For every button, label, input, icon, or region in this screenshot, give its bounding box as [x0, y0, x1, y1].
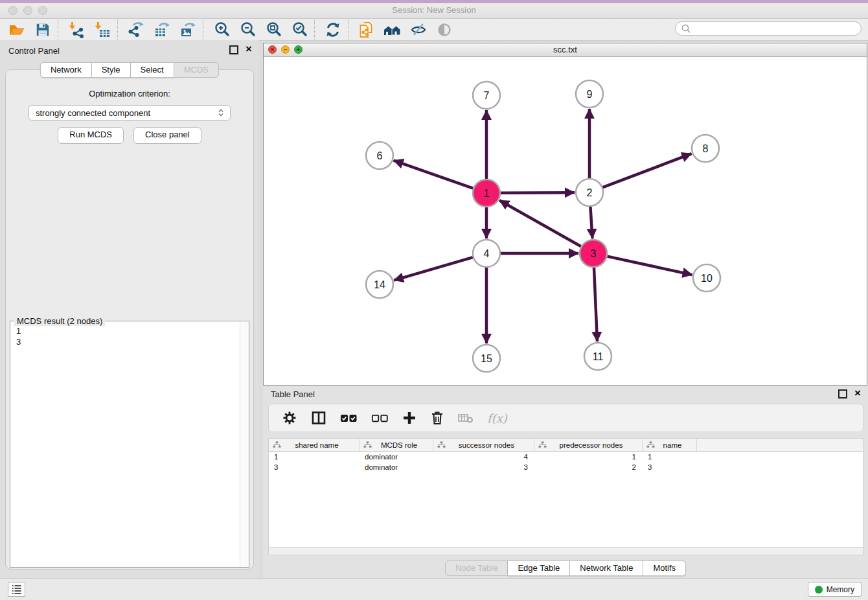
delete-table-button[interactable] [458, 412, 474, 424]
export-network-icon [128, 21, 144, 38]
column-header-MCDS-role[interactable]: MCDS role [360, 439, 433, 451]
table-split-view-button[interactable] [311, 410, 326, 426]
refresh-layout-button[interactable] [320, 20, 346, 40]
close-panel-icon[interactable]: × [246, 45, 252, 53]
export-network-button[interactable] [123, 20, 149, 40]
deselect-all-button[interactable] [371, 412, 389, 424]
node-label-10: 10 [701, 273, 713, 284]
main-toolbar [0, 19, 868, 41]
node-label-8: 8 [703, 143, 709, 154]
zoom-selected-button[interactable] [286, 20, 312, 40]
float-table-panel-icon[interactable] [838, 389, 847, 398]
trash-icon [430, 410, 444, 426]
table-cell[interactable]: 1 [534, 452, 643, 462]
tab-network[interactable]: Network [40, 62, 92, 78]
tab-mcds[interactable]: MCDS [174, 62, 219, 78]
import-table-button[interactable] [89, 20, 115, 40]
table-horizontal-scrollbar[interactable] [268, 548, 863, 555]
float-panel-icon[interactable] [229, 45, 238, 54]
network-graph[interactable]: 7968124314101511 [264, 57, 867, 385]
export-image-button[interactable] [175, 20, 201, 40]
memory-button[interactable]: Memory [808, 582, 862, 597]
node-label-11: 11 [593, 351, 604, 362]
birdseye-view-button[interactable] [431, 20, 457, 40]
edge-3-1[interactable] [499, 200, 581, 246]
table-panel-title: Table Panel [271, 389, 315, 399]
search-input[interactable] [691, 23, 861, 34]
edge-3-10[interactable] [607, 257, 692, 275]
import-network-icon [68, 21, 85, 38]
table-cell[interactable]: 4 [433, 452, 534, 462]
zoom-out-button[interactable] [234, 20, 260, 40]
table-row[interactable]: 3dominator323 [269, 462, 863, 472]
tab-node-table[interactable]: Node Table [445, 560, 508, 576]
column-header-predecessor-nodes[interactable]: predecessor nodes [534, 439, 643, 451]
node-label-9: 9 [587, 89, 593, 100]
list-icon [10, 584, 23, 595]
fx-icon: f(x) [487, 411, 507, 425]
global-search-field[interactable] [675, 21, 862, 36]
close-panel-button[interactable]: Close panel [133, 127, 201, 144]
column-label: predecessor nodes [547, 441, 642, 449]
tab-select[interactable]: Select [131, 62, 174, 78]
column-header-shared-name[interactable]: shared name [269, 439, 360, 451]
tab-motifs[interactable]: Motifs [643, 560, 686, 576]
birdseye-eye-icon [437, 22, 452, 38]
toolbar-separator [314, 20, 318, 40]
criterion-select[interactable]: strongly connected component [29, 105, 231, 121]
home-button[interactable] [380, 20, 405, 40]
network-window-titlebar[interactable]: × – + scc.txt [264, 43, 867, 57]
table-body: 1dominator4113dominator323 [269, 452, 863, 472]
edge-2-3[interactable] [590, 207, 592, 238]
hide-details-eye-icon [410, 22, 427, 38]
table-cell[interactable]: 3 [433, 462, 534, 472]
edge-3-11[interactable] [594, 268, 597, 341]
edge-4-14[interactable] [394, 257, 473, 280]
run-mcds-button[interactable]: Run MCDS [58, 127, 124, 144]
result-scrollbar[interactable] [240, 322, 249, 566]
hide-graphics-details-button[interactable] [405, 20, 431, 40]
function-builder-button[interactable]: f(x) [487, 411, 507, 425]
task-history-button[interactable] [8, 582, 25, 597]
zoom-fit-button[interactable] [260, 20, 286, 40]
status-bar: Memory [0, 578, 868, 600]
zoom-in-button[interactable] [209, 20, 234, 40]
table-cell[interactable]: dominator [360, 452, 433, 462]
edge-2-8[interactable] [603, 154, 692, 187]
table-settings-button[interactable] [282, 410, 297, 426]
column-header-successor-nodes[interactable]: successor nodes [433, 439, 534, 451]
edge-1-2[interactable] [501, 192, 575, 193]
zoom-selected-icon [291, 21, 308, 38]
delete-column-button[interactable] [430, 410, 444, 426]
add-column-button[interactable] [402, 411, 417, 425]
table-cell[interactable]: dominator [360, 462, 433, 472]
refresh-icon [325, 21, 341, 38]
tab-style[interactable]: Style [92, 62, 131, 78]
import-network-button[interactable] [63, 20, 89, 40]
select-all-button[interactable] [340, 412, 358, 424]
network-canvas[interactable]: 7968124314101511 [264, 57, 867, 385]
close-table-panel-icon[interactable]: × [854, 389, 861, 397]
tab-edge-table[interactable]: Edge Table [508, 560, 570, 576]
split-columns-icon [311, 410, 326, 426]
column-label: name [655, 441, 696, 449]
table-row[interactable]: 1dominator411 [269, 452, 863, 462]
save-session-button[interactable] [30, 20, 56, 40]
table-cell[interactable]: 1 [269, 452, 360, 462]
table-toolbar: f(x) [268, 404, 863, 432]
edge-1-6[interactable] [394, 161, 474, 189]
table-cell[interactable]: 3 [269, 462, 360, 472]
table-cell[interactable]: 2 [534, 462, 643, 472]
column-header-name[interactable]: name [643, 439, 697, 451]
table-cell[interactable]: 1 [643, 452, 697, 462]
network-window-title: scc.txt [264, 45, 867, 54]
table-cell[interactable]: 3 [643, 462, 697, 472]
open-session-button[interactable] [4, 20, 30, 40]
export-table-button[interactable] [149, 20, 175, 40]
tab-network-table[interactable]: Network Table [570, 560, 643, 576]
column-label: MCDS role [372, 441, 433, 449]
column-label: shared name [281, 441, 359, 449]
new-network-from-selection-button[interactable] [354, 20, 380, 40]
column-type-icon [437, 441, 446, 448]
unchecked-checkboxes-icon [371, 412, 389, 424]
